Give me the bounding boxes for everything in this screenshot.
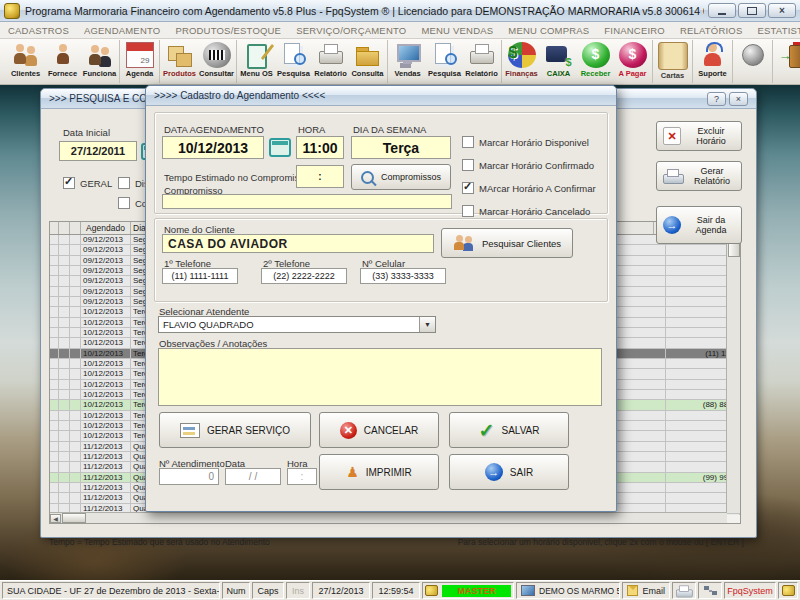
toolbar-button-pesquisa[interactable]: Pesquisa — [426, 40, 463, 83]
toolbar-label: Produtos — [163, 69, 196, 78]
toolbar-button-consulta[interactable]: Consulta — [349, 40, 386, 83]
printer-icon — [468, 42, 496, 68]
status-network[interactable] — [698, 582, 722, 599]
toolbar-button-clientes[interactable]: Clientes — [7, 40, 44, 83]
horizontal-scrollbar-thumb[interactable] — [62, 513, 86, 523]
check-icon: ✓ — [479, 421, 495, 440]
menu-item-servi-o-or-amento[interactable]: SERVIÇO/ORÇAMENTO — [296, 25, 406, 36]
maximize-button[interactable] — [738, 3, 766, 18]
toolbar-button-relat-rio[interactable]: Relatório — [463, 40, 500, 83]
toolbar-button-caixa[interactable]: CAIXA — [540, 40, 577, 83]
toolbar-label: Cartas — [661, 71, 684, 80]
data-field[interactable]: / / — [225, 468, 281, 485]
toolbar-button-receber[interactable]: Receber — [577, 40, 614, 83]
key-icon — [782, 585, 795, 596]
toolbar-button-pesquisa[interactable]: Pesquisa — [275, 40, 312, 83]
toolbar-button-agenda[interactable]: Agenda — [121, 40, 158, 83]
scroll-left-button[interactable]: ◀ — [50, 514, 61, 523]
menu-item-financeiro[interactable]: FINANCEIRO — [604, 25, 665, 36]
agendamento-dialog: >>>> Cadastro do Agendamento <<<< DATA A… — [145, 85, 617, 512]
excluir-horario-button[interactable]: ✕ Excluir Horário — [656, 121, 742, 151]
minimize-icon — [718, 13, 726, 15]
toolbar-button-exit[interactable] — [774, 40, 800, 83]
menu-item-agendamento[interactable]: AGENDAMENTO — [84, 25, 160, 36]
dia-da-semana-label: DIA DA SEMANA — [353, 124, 426, 135]
dialog-calendar-button[interactable] — [269, 138, 291, 157]
atendimento-field[interactable]: 0 — [159, 468, 219, 485]
menu-item-relat-rios[interactable]: RELATÓRIOS — [680, 25, 743, 36]
hora-field[interactable]: 11:00 — [296, 136, 344, 159]
red-dollar-icon — [619, 42, 647, 68]
column-header-agendado[interactable]: Agendado — [81, 222, 131, 234]
horizontal-scrollbar[interactable]: ◀ — [50, 512, 727, 523]
status-caps: Caps — [252, 582, 284, 599]
cancelar-button[interactable]: ✕ CANCELAR — [319, 412, 439, 448]
toolbar-button-coin[interactable] — [734, 40, 771, 83]
toolbar-label: Consulta — [351, 69, 383, 78]
dia-da-semana-field[interactable]: Terça — [351, 136, 451, 159]
menu-os-icon — [243, 42, 271, 68]
toolbar-button-menu-os[interactable]: Menu OS — [238, 40, 275, 83]
celular-field[interactable]: (33) 3333-3333 — [360, 268, 446, 284]
menu-item-estatistica[interactable]: ESTATISTICA — [757, 25, 800, 36]
toolbar-button-finan-as[interactable]: Finanças — [503, 40, 540, 83]
telefone1-field[interactable]: (11) 1111-1111 — [162, 268, 238, 284]
menu-item-menu-compras[interactable]: MENU COMPRAS — [508, 25, 589, 36]
gerar-servico-button[interactable]: GERAR SERVIÇO — [159, 412, 311, 448]
desktop-background: >>> PESQUISA E CONTROLE DE A ? × Data In… — [0, 85, 800, 580]
menu-item-produtos-estoque[interactable]: PRODUTOS/ESTOQUE — [175, 25, 281, 36]
toolbar-button-relat-rio[interactable]: Relatório — [312, 40, 349, 83]
help-button[interactable]: ? — [707, 92, 726, 106]
green-dollar-icon — [582, 42, 610, 68]
telefone2-field[interactable]: (22) 2222-2222 — [261, 268, 347, 284]
toolbar-button-a-pagar[interactable]: A Pagar — [614, 40, 651, 83]
toolbar-label: Suporte — [698, 69, 726, 78]
compromisso-field[interactable] — [162, 194, 452, 209]
toolbar-label: Consultar — [199, 69, 234, 78]
title-bar: Programa Marmoraria Financeiro com Agend… — [0, 0, 800, 22]
observacoes-textarea[interactable] — [158, 348, 602, 406]
pesquisar-clientes-button[interactable]: Pesquisar Clientes — [441, 228, 573, 258]
status-email[interactable]: Email — [622, 582, 670, 599]
compromissos-button[interactable]: Compromissos — [351, 164, 451, 190]
toolbar-button-fornece[interactable]: Fornece — [44, 40, 81, 83]
toolbar-button-consultar[interactable]: Consultar — [198, 40, 235, 83]
dialog-checkbox-2[interactable]: Marcar Horário Confirmado — [462, 159, 594, 171]
document-icon — [180, 423, 200, 438]
imprimir-button[interactable]: ♟ IMPRIMIR — [319, 454, 439, 490]
dialog-checkbox-3[interactable]: MArcar Horário A Confirmar — [462, 182, 596, 194]
data-inicial-field[interactable]: 27/12/2011 — [59, 141, 137, 161]
toolbar-label: Fornece — [48, 69, 77, 78]
toolbar-button-produtos[interactable]: Produtos — [161, 40, 198, 83]
nome-cliente-field[interactable]: CASA DO AVIADOR — [162, 234, 434, 253]
toolbar-button-cartas[interactable]: Cartas — [654, 40, 691, 83]
vertical-scrollbar[interactable] — [726, 234, 740, 513]
products-icon — [166, 42, 194, 68]
email-icon — [627, 585, 638, 596]
toolbar-label: CAIXA — [547, 69, 570, 78]
dialog-checkbox-4[interactable]: Marcar Horário Cancelado — [462, 205, 590, 217]
toolbar-label: Clientes — [11, 69, 40, 78]
menu-item-menu-vendas[interactable]: MENU VENDAS — [421, 25, 493, 36]
toolbar-button-funciona[interactable]: Funciona — [81, 40, 118, 83]
toolbar-button-vendas[interactable]: Vendas — [389, 40, 426, 83]
coin-icon — [742, 44, 764, 66]
tempo-estimado-field[interactable]: : — [296, 165, 344, 188]
close-button[interactable]: × — [768, 3, 796, 18]
sair-button[interactable]: → SAIR — [449, 454, 569, 490]
hora-atendimento-field[interactable]: : — [287, 468, 317, 485]
minimize-button[interactable] — [708, 3, 736, 18]
gerar-relatorio-button[interactable]: Gerar Relatório — [656, 161, 742, 191]
dialog-checkbox-1[interactable]: Marcar Horário Disponivel — [462, 136, 589, 148]
toolbar-button-suporte[interactable]: Suporte — [694, 40, 731, 83]
salvar-button[interactable]: ✓ SALVAR — [449, 412, 569, 448]
tempo-estimado-label: Tempo Estimado no Compromisso — [164, 172, 309, 183]
menu-item-cadastros[interactable]: CADASTROS — [8, 25, 69, 36]
data-agendamento-field[interactable]: 10/12/2013 — [162, 136, 264, 159]
status-printer[interactable] — [672, 582, 696, 599]
search-close-button[interactable]: × — [729, 92, 748, 106]
atendente-dropdown[interactable]: FLAVIO QUADRADO ▼ — [158, 316, 436, 333]
monitor-icon — [521, 585, 535, 596]
filter-geral[interactable]: GERAL — [63, 177, 112, 189]
sair-da-agenda-button[interactable]: → Sair da Agenda — [656, 206, 742, 244]
